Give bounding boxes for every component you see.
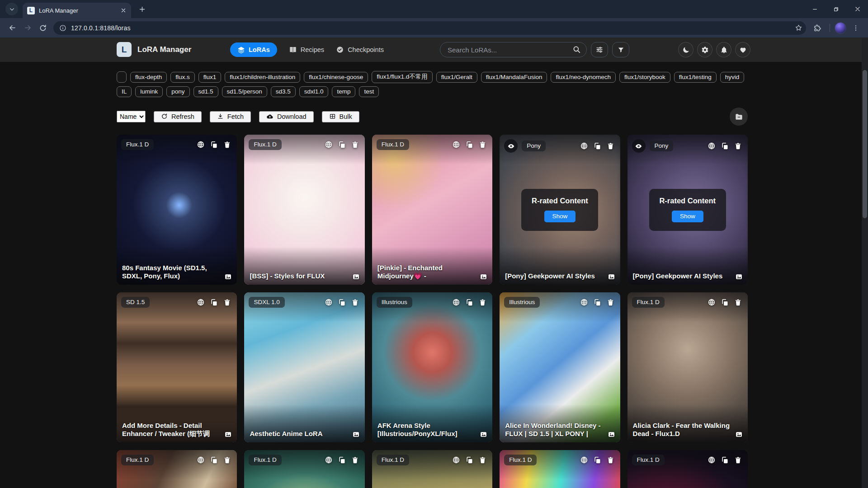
delete-icon[interactable]: [223, 456, 231, 464]
copy-icon[interactable]: [338, 298, 346, 306]
theme-toggle-button[interactable]: [678, 42, 693, 57]
tab-loras[interactable]: LoRAs: [230, 42, 277, 57]
globe-icon[interactable]: [325, 456, 333, 464]
extensions-puzzle-icon[interactable]: [810, 20, 825, 36]
image-icon[interactable]: [608, 431, 615, 438]
copy-icon[interactable]: [466, 298, 473, 306]
globe-icon[interactable]: [197, 141, 205, 149]
globe-icon[interactable]: [708, 456, 716, 464]
lora-card[interactable]: SDXL 1.0 Aesthetic Anime LoRA: [244, 292, 364, 442]
tag-chip[interactable]: hyvid: [720, 72, 745, 83]
tag-chip[interactable]: test: [359, 86, 379, 97]
search-input[interactable]: [440, 42, 587, 57]
url-text[interactable]: 127.0.0.1:8188/loras: [71, 24, 795, 32]
globe-icon[interactable]: [452, 456, 460, 464]
refresh-button[interactable]: Refresh: [154, 111, 202, 122]
delete-icon[interactable]: [223, 141, 231, 149]
copy-icon[interactable]: [466, 456, 473, 464]
window-minimize-button[interactable]: [804, 0, 826, 18]
delete-icon[interactable]: [479, 456, 486, 464]
browser-tab-active[interactable]: L LoRA Manager: [23, 3, 131, 18]
tag-chip[interactable]: temp: [332, 86, 355, 97]
copy-icon[interactable]: [210, 298, 218, 306]
globe-icon[interactable]: [452, 141, 460, 149]
download-button[interactable]: Download: [259, 111, 314, 122]
settings-button[interactable]: [697, 42, 712, 57]
tag-chip[interactable]: flux1/children-illustration: [225, 72, 300, 83]
address-bar[interactable]: 127.0.0.1:8188/loras: [53, 21, 806, 35]
tag-chip[interactable]: IL: [117, 86, 132, 97]
tag-chip[interactable]: [117, 71, 127, 83]
lora-card[interactable]: Flux.1 D 80s Fantasy Movie (SD1.5, SDXL,…: [117, 135, 237, 285]
window-close-button[interactable]: [847, 0, 868, 18]
tag-chip[interactable]: sd3.5: [271, 86, 296, 97]
lora-card[interactable]: Illustrious AFK Arena Style [Illustrious…: [372, 292, 492, 442]
image-icon[interactable]: [608, 273, 615, 281]
image-icon[interactable]: [735, 273, 743, 281]
search-icon[interactable]: [572, 45, 581, 54]
image-icon[interactable]: [352, 431, 360, 438]
tag-chip[interactable]: flux1/testing: [674, 72, 717, 83]
globe-icon[interactable]: [325, 298, 333, 306]
tab-recipes[interactable]: Recipes: [289, 46, 324, 54]
reload-button[interactable]: [35, 20, 51, 36]
show-nsfw-button[interactable]: Show: [544, 211, 576, 222]
copy-icon[interactable]: [721, 456, 729, 464]
bulk-button[interactable]: Bulk: [322, 111, 359, 122]
globe-icon[interactable]: [197, 456, 205, 464]
image-icon[interactable]: [480, 431, 487, 438]
sort-select[interactable]: Name: [117, 111, 146, 122]
browser-menu-kebab-icon[interactable]: [848, 20, 863, 36]
bookmark-star-icon[interactable]: [795, 24, 802, 32]
copy-icon[interactable]: [594, 298, 601, 306]
delete-icon[interactable]: [734, 456, 742, 464]
tab-search-button[interactable]: [5, 3, 18, 15]
delete-icon[interactable]: [351, 456, 359, 464]
tag-chip[interactable]: sd1.5/person: [222, 86, 267, 97]
delete-icon[interactable]: [607, 298, 614, 306]
delete-icon[interactable]: [607, 456, 614, 464]
scrollbar-thumb[interactable]: [863, 70, 867, 218]
lora-card[interactable]: Flux.1 D: [500, 450, 620, 488]
lora-card[interactable]: Pony R-rated Content Show [Pony] Geekpow…: [500, 135, 620, 285]
tag-chip[interactable]: flux1/MandalaFusion: [481, 72, 547, 83]
page-scrollbar[interactable]: [862, 38, 868, 488]
tag-chip[interactable]: flux1: [198, 72, 222, 83]
globe-icon[interactable]: [452, 298, 460, 306]
copy-icon[interactable]: [594, 456, 601, 464]
new-tab-button[interactable]: [136, 3, 148, 15]
tag-chip[interactable]: flux-depth: [130, 72, 167, 83]
delete-icon[interactable]: [479, 298, 486, 306]
lora-card[interactable]: Flux.1 D: [244, 450, 364, 488]
image-icon[interactable]: [480, 273, 487, 281]
copy-icon[interactable]: [210, 141, 218, 149]
delete-icon[interactable]: [223, 298, 231, 306]
delete-icon[interactable]: [351, 298, 359, 306]
tag-chip[interactable]: flux1/Geralt: [436, 72, 477, 83]
lora-card[interactable]: Pony R-rated Content Show [Pony] Geekpow…: [627, 135, 748, 285]
copy-icon[interactable]: [466, 141, 473, 149]
globe-icon[interactable]: [197, 298, 205, 306]
globe-icon[interactable]: [580, 456, 588, 464]
tag-chip[interactable]: flux1/neo-dynomech: [551, 72, 616, 83]
globe-icon[interactable]: [708, 298, 716, 306]
filter-sliders-button[interactable]: [591, 42, 608, 57]
lora-card[interactable]: Flux.1 D Alicia Clark - Fear the Walking…: [627, 292, 748, 442]
tag-chip[interactable]: pony: [166, 86, 189, 97]
notifications-button[interactable]: [716, 42, 731, 57]
tag-chip[interactable]: lumink: [135, 86, 163, 97]
site-info-icon[interactable]: [59, 24, 66, 32]
tag-chip[interactable]: flux1/storybook: [619, 72, 670, 83]
fetch-button[interactable]: Fetch: [210, 111, 251, 122]
tag-chip[interactable]: flux1/flux1.d不常用: [372, 71, 433, 83]
lora-card[interactable]: Flux.1 D [Pinkie] - Enchanted Midjourney…: [372, 135, 492, 285]
tag-chip[interactable]: sd1.5: [193, 86, 218, 97]
lora-card[interactable]: Flux.1 D [BSS] - Styles for FLUX: [244, 135, 364, 285]
tab-checkpoints[interactable]: Checkpoints: [336, 46, 384, 54]
lora-card[interactable]: Flux.1 D: [117, 450, 237, 488]
filter-funnel-button[interactable]: [612, 42, 629, 57]
tag-chip[interactable]: flux1/chinese-goose: [304, 72, 368, 83]
copy-icon[interactable]: [338, 456, 346, 464]
profile-avatar[interactable]: [835, 22, 846, 34]
window-restore-button[interactable]: [826, 0, 847, 18]
